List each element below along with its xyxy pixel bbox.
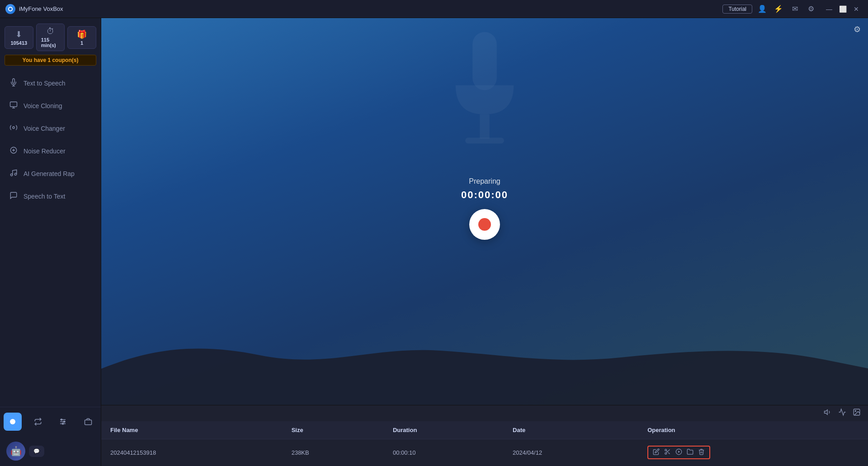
cell-operation [638, 439, 868, 466]
title-bar: iMyFone VoxBox Tutorial 👤 ⚡ ✉ ⚙ — ⬜ ✕ [0, 0, 868, 18]
sidebar-item-ai-rap-label: AI Generated Rap [24, 170, 75, 177]
stat-minutes: ⏱ 115 min(s) [36, 24, 65, 51]
tab-loop[interactable] [29, 413, 47, 431]
recording-settings-icon[interactable]: ⚙ [854, 24, 861, 34]
close-button[interactable]: ✕ [850, 3, 863, 15]
mail-icon[interactable]: ✉ [788, 3, 801, 15]
timer-display: 00:00:00 [461, 189, 508, 201]
svg-point-8 [14, 173, 17, 176]
col-date: Date [504, 421, 638, 439]
svg-line-26 [668, 452, 670, 454]
recording-center: Preparing 00:00:00 [461, 177, 508, 240]
table-row: 20240412153918 238KB 00:00:10 2024/04/12 [101, 439, 868, 466]
content-area: ⚙ Preparing 00:00:00 [101, 18, 868, 466]
main-layout: ⬇ 105413 ⏱ 115 min(s) 🎁 1 You have 1 cou… [0, 18, 868, 466]
table-area: File Name Size Duration Date Operation 2… [101, 421, 868, 466]
sidebar-item-voice-cloning[interactable]: Voice Cloning [0, 95, 101, 117]
svg-line-27 [666, 451, 667, 452]
sidebar-item-voice-changer[interactable]: Voice Changer [0, 117, 101, 140]
mic-silhouette [426, 27, 543, 163]
svg-point-1 [9, 8, 12, 10]
waveform-icon[interactable] [838, 408, 846, 418]
sidebar-item-voice-changer-label: Voice Changer [24, 125, 65, 132]
image-icon[interactable] [853, 408, 861, 418]
ai-rap-icon [9, 169, 18, 179]
svg-rect-4 [10, 102, 17, 107]
sidebar-item-noise-reducer-label: Noise Reducer [24, 147, 66, 155]
svg-point-5 [13, 127, 15, 129]
svg-point-24 [665, 452, 667, 454]
user-icon[interactable]: 👤 [756, 3, 769, 15]
operation-buttons [647, 446, 710, 459]
coupons-icon: 🎁 [77, 29, 87, 39]
svg-point-14 [64, 421, 65, 423]
col-filename: File Name [101, 421, 283, 439]
discord-icon[interactable]: ⚡ [772, 3, 785, 15]
cell-size: 238KB [283, 439, 384, 466]
play-button[interactable] [675, 448, 682, 456]
stat-minutes-value: 115 min(s) [41, 37, 60, 48]
cell-filename: 20240412153918 [101, 439, 283, 466]
maximize-button[interactable]: ⬜ [836, 3, 849, 15]
sidebar-item-speech-to-text[interactable]: Speech to Text [0, 185, 101, 208]
svg-rect-19 [465, 138, 504, 143]
window-controls: — ⬜ ✕ [823, 3, 863, 15]
wave-landscape [101, 323, 868, 405]
status-text: Preparing [469, 177, 500, 185]
svg-rect-18 [480, 114, 489, 139]
tutorial-button[interactable]: Tutorial [722, 5, 752, 14]
record-button[interactable] [469, 209, 500, 240]
svg-rect-16 [85, 420, 92, 425]
edit-button[interactable] [653, 448, 660, 456]
volume-icon[interactable] [824, 408, 832, 418]
tab-briefcase[interactable] [79, 413, 97, 431]
tab-mix[interactable] [54, 413, 72, 431]
chatbot[interactable]: 🤖 💬 [0, 436, 101, 466]
stat-coupons-value: 1 [80, 40, 83, 46]
sidebar-item-text-to-speech[interactable]: Text to Speech [0, 72, 101, 95]
svg-marker-29 [678, 451, 680, 453]
app-title: iMyFone VoxBox [19, 5, 722, 12]
sidebar-item-ai-generated-rap[interactable]: AI Generated Rap [0, 162, 101, 185]
nav-section: Text to Speech Voice Cloning Voice Chang… [0, 70, 101, 407]
tab-record[interactable] [4, 413, 22, 431]
svg-marker-20 [825, 410, 828, 415]
minutes-icon: ⏱ [47, 27, 55, 36]
cell-date: 2024/04/12 [504, 439, 638, 466]
cell-duration: 00:00:10 [384, 439, 504, 466]
recording-area: ⚙ Preparing 00:00:00 [101, 18, 868, 405]
chatbot-bubble: 💬 [29, 446, 44, 457]
sidebar-item-text-to-speech-label: Text to Speech [24, 80, 66, 87]
sidebar-bottom-tabs [0, 407, 101, 436]
col-operation: Operation [638, 421, 868, 439]
stats-row: ⬇ 105413 ⏱ 115 min(s) 🎁 1 [0, 18, 101, 55]
bottom-toolbar [101, 405, 868, 421]
stat-coupons: 🎁 1 [67, 26, 96, 49]
svg-point-9 [10, 419, 15, 424]
file-table: File Name Size Duration Date Operation 2… [101, 421, 868, 466]
sidebar-item-voice-cloning-label: Voice Cloning [24, 102, 62, 109]
record-dot [478, 218, 491, 231]
sidebar-item-speech-to-text-label: Speech to Text [24, 193, 65, 200]
speech-to-text-icon [9, 191, 18, 201]
noise-reducer-icon [9, 146, 18, 156]
settings-icon[interactable]: ⚙ [805, 3, 817, 15]
sidebar-item-noise-reducer[interactable]: Noise Reducer [0, 140, 101, 162]
svg-point-22 [855, 410, 856, 411]
cut-button[interactable] [664, 448, 671, 456]
chatbot-avatar: 🤖 [6, 442, 25, 461]
voice-cloning-icon [9, 101, 18, 111]
svg-point-15 [62, 423, 64, 424]
stat-characters-value: 105413 [10, 40, 27, 46]
folder-button[interactable] [687, 448, 693, 456]
title-bar-right: Tutorial 👤 ⚡ ✉ ⚙ — ⬜ ✕ [722, 3, 863, 15]
voice-changer-icon [9, 124, 18, 133]
col-size: Size [283, 421, 384, 439]
svg-point-7 [10, 174, 13, 176]
minimize-button[interactable]: — [823, 3, 835, 15]
coupon-bar[interactable]: You have 1 coupon(s) [5, 55, 96, 66]
characters-icon: ⬇ [15, 29, 22, 39]
delete-button[interactable] [698, 448, 705, 456]
svg-point-13 [61, 419, 62, 420]
stat-characters: ⬇ 105413 [5, 26, 33, 49]
